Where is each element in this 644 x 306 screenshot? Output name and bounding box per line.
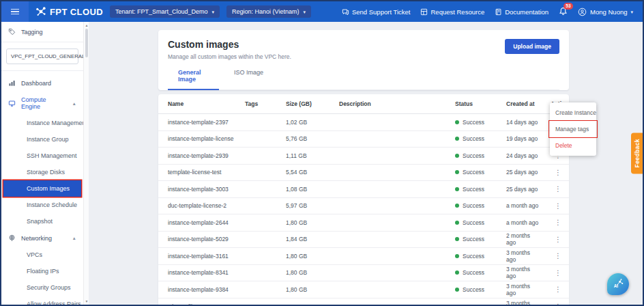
table-row[interactable]: instance-template-3161 1,80 GB Success 3… <box>158 248 569 265</box>
sidebar-nav: Dashboard Compute Engine ▲ Instance Mana… <box>1 71 83 305</box>
sidebar-item-snapshot[interactable]: Snapshot <box>1 213 83 230</box>
divider <box>1 42 83 42</box>
table-row[interactable]: instance-template-8341 1,80 GB Success 3… <box>158 265 569 282</box>
cell-name: template-license-test <box>168 169 245 176</box>
sidebar-item-networking[interactable]: Networking ▲ <box>1 230 83 247</box>
documentation-link[interactable]: Documentation <box>495 8 548 16</box>
notifications-bell-icon[interactable]: 53 <box>559 7 568 17</box>
table-row[interactable]: instance-template-3003 1,08 GB Success 2… <box>158 181 569 198</box>
cell-status: Success <box>455 219 506 226</box>
row-actions-kebab-icon[interactable]: ⋮ <box>551 252 569 260</box>
topbar-actions: Send Support Ticket Request Resource Doc… <box>342 7 643 17</box>
status-success-dot <box>455 237 459 241</box>
chevron-down-icon: ▾ <box>630 10 633 14</box>
row-actions-kebab-icon[interactable]: ⋮ <box>551 185 569 193</box>
monitor-icon <box>8 100 16 107</box>
sidebar-item-tagging[interactable]: Tagging <box>1 22 83 42</box>
table-row[interactable]: duc-template-license-2 5,97 GB Success a… <box>158 198 569 215</box>
sidebar-item-compute-engine[interactable]: Compute Engine ▲ <box>1 92 83 115</box>
table-row[interactable]: instance-template-2939 1,11 GB Success 2… <box>158 148 569 165</box>
brand-logo[interactable]: FPT CLOUD <box>35 6 103 17</box>
cell-size: 1,80 GB <box>286 219 339 226</box>
menu-item-delete[interactable]: Delete <box>550 137 596 154</box>
tenant-selector[interactable]: Tenant: FPT_Smart_Cloud_Demo ▾ <box>110 5 220 18</box>
cell-name: instance-template-9384 <box>168 286 245 293</box>
table-row[interactable]: instance-template-9384 1,80 GB Success 3… <box>158 281 569 298</box>
cell-created-at: 25 days ago <box>506 186 551 193</box>
tab-iso-image[interactable]: ISO Image <box>234 69 263 89</box>
sidebar-item-vpcs[interactable]: VPCs <box>1 247 83 263</box>
avatar <box>578 8 587 16</box>
status-label: Success <box>463 186 484 193</box>
menu-item-manage-tags[interactable]: Manage tags <box>550 121 596 137</box>
cell-size: 5,76 GB <box>286 135 339 142</box>
status-success-dot <box>455 154 459 158</box>
sidebar-item-allow-address-pairs[interactable]: Allow Address Pairs <box>1 296 83 305</box>
row-actions-kebab-icon[interactable]: ⋮ <box>551 202 569 210</box>
page-title: Custom images <box>168 39 291 50</box>
cell-size: 0,06 GB <box>286 303 339 305</box>
cell-size: 1,80 GB <box>286 286 339 293</box>
cell-created-at: 19 days ago <box>506 135 551 142</box>
cell-size: 1,84 GB <box>286 236 339 242</box>
region-selector[interactable]: Region: Hanoi (Vietnam) ▾ <box>226 5 311 18</box>
column-header: Status <box>455 100 506 107</box>
status-label: Success <box>463 253 484 260</box>
cell-size: 1,08 GB <box>286 186 339 193</box>
cell-name: duc-template-license-2 <box>168 202 245 209</box>
status-label: Success <box>463 135 484 142</box>
cell-created-at: 3 months ago <box>506 266 551 279</box>
app-window: FPT CLOUD Tenant: FPT_Smart_Cloud_Demo ▾… <box>0 0 644 306</box>
chevron-up-icon: ▲ <box>72 101 76 106</box>
sidebar-item-instance-management[interactable]: Instance Management <box>1 115 83 131</box>
request-resource-link[interactable]: Request Resource <box>420 8 484 16</box>
table-body: instance-template-2397 1,02 GB Success 1… <box>158 114 569 305</box>
send-support-ticket-link[interactable]: Send Support Ticket <box>342 8 411 16</box>
status-success-dot <box>455 187 459 191</box>
status-label: Success <box>463 236 484 242</box>
row-actions-kebab-icon[interactable]: ⋮ <box>551 286 569 293</box>
table-row[interactable]: instance-template-2397 1,02 GB Success 1… <box>158 114 569 131</box>
sidebar-item-security-groups[interactable]: Security Groups <box>1 279 83 296</box>
row-actions-kebab-icon[interactable]: ⋮ <box>551 219 569 226</box>
row-actions-kebab-icon[interactable]: ⋮ <box>551 303 569 305</box>
svg-text:AI: AI <box>614 283 619 288</box>
tab-general-image[interactable]: General Image <box>168 69 219 90</box>
tab-bar: General Image ISO Image <box>168 69 559 90</box>
table-row[interactable]: Ubuntu file 0,06 GB 3 months ago ⋮ <box>158 298 569 305</box>
chevron-up-icon: ▲ <box>72 236 76 240</box>
sidebar-scrollbar[interactable]: ▲ ▼ <box>83 22 89 305</box>
status-success-dot <box>455 254 459 258</box>
ai-chat-widget[interactable]: AI <box>607 273 629 295</box>
table-row[interactable]: template-license-test 5,54 GB Success 25… <box>158 165 569 182</box>
user-menu[interactable]: Mong Nuong ▾ <box>578 8 633 16</box>
bar-chart-icon <box>8 79 16 87</box>
sidebar-item-instance-group[interactable]: Instance Group <box>1 131 83 148</box>
sidebar-item-dashboard[interactable]: Dashboard <box>1 74 83 92</box>
status-success-dot <box>455 170 459 174</box>
documentation-icon <box>495 8 502 16</box>
status-success-dot <box>455 137 459 141</box>
sidebar-item-custom-images[interactable]: Custom Images <box>3 180 81 197</box>
table-row[interactable]: instance-template-5029 1,84 GB Success 2… <box>158 232 569 249</box>
sidebar-item-ssh-management[interactable]: SSH Management <box>1 148 83 164</box>
link-label: Send Support Ticket <box>352 8 411 16</box>
cell-created-at: 3 months ago <box>506 300 551 305</box>
link-label: Request Resource <box>430 8 484 16</box>
upload-image-button[interactable]: Upload image <box>505 39 559 54</box>
row-actions-kebab-icon[interactable]: ⋮ <box>551 236 569 243</box>
row-actions-kebab-icon[interactable]: ⋮ <box>551 269 569 277</box>
sidebar-item-floating-ips[interactable]: Floating IPs <box>1 263 83 279</box>
feedback-tab[interactable]: Feedback <box>631 133 643 173</box>
scrollbar-thumb[interactable] <box>85 29 88 57</box>
page-subtitle: Manage all custom images within the VPC … <box>168 53 291 60</box>
menu-item-create-instance[interactable]: Create Instance <box>550 105 596 121</box>
row-actions-kebab-icon[interactable]: ⋮ <box>551 169 569 176</box>
hamburger-menu-icon[interactable] <box>1 1 29 22</box>
status-label: Success <box>463 169 484 176</box>
sidebar-item-instance-schedule[interactable]: Instance Schedule <box>1 197 83 213</box>
sidebar-item-storage-disks[interactable]: Storage Disks <box>1 164 83 180</box>
table-row[interactable]: instance-template-license 5,76 GB Succes… <box>158 131 569 148</box>
table-row[interactable]: instance-template-2644 1,80 GB Success a… <box>158 214 569 232</box>
vpc-selector[interactable]: VPC_FPT_CLOUD_GENERAL ▾ <box>6 48 78 64</box>
